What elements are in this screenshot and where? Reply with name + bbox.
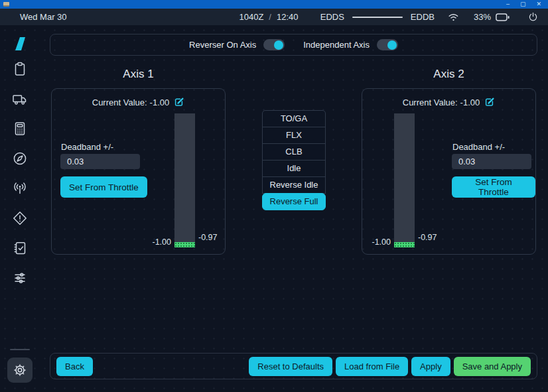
flight-route: EDDS EDDB — [320, 12, 435, 22]
antenna-icon — [12, 180, 28, 196]
toggle-knob — [274, 40, 283, 50]
axis2-title: Axis 2 — [362, 68, 536, 81]
close-button[interactable]: ✕ — [536, 0, 541, 9]
axis1-bar-high-label: -0.97 — [198, 233, 218, 242]
status-date: Wed Mar 30 — [20, 12, 67, 22]
local-time: 12:40 — [277, 12, 299, 22]
reverser-on-axis-label: Reverser On Axis — [189, 40, 256, 50]
warning-diamond-icon — [12, 210, 28, 226]
detent-toga[interactable]: TO/GA — [262, 110, 326, 127]
axis2-bar-low-label: -1.00 — [362, 237, 391, 247]
load-from-file-button[interactable]: Load from File — [336, 357, 408, 376]
axis2-edit-value-button[interactable] — [484, 97, 495, 107]
sidebar-item-warning[interactable] — [12, 210, 28, 226]
axis2-deadband-marker — [394, 242, 415, 247]
axis2-current-value: -1.00 — [460, 98, 480, 107]
status-clock: 1040Z / 12:40 — [239, 12, 298, 22]
sidebar-item-antenna[interactable] — [12, 180, 28, 196]
save-and-apply-button[interactable]: Save and Apply — [454, 357, 531, 376]
independent-axis-label: Independent Axis — [303, 40, 370, 50]
sidebar-item-truck[interactable] — [12, 91, 28, 107]
axis1-panel: Current Value: -1.00 Deadband +/- Set Fr… — [51, 88, 226, 255]
back-button[interactable]: Back — [56, 357, 93, 376]
detent-flx[interactable]: FLX — [262, 127, 326, 144]
axis1-edit-value-button[interactable] — [174, 97, 184, 107]
app-icon — [3, 2, 9, 7]
sidebar-divider — [10, 349, 30, 350]
axis2-panel: Current Value: -1.00 Deadband +/- Set Fr… — [362, 88, 536, 255]
checklist-icon — [12, 240, 28, 256]
status-bar: Wed Mar 30 1040Z / 12:40 EDDS EDDB 33% — [0, 9, 548, 25]
axis1-throttle-bar — [174, 113, 195, 247]
axis2-bar-high-label: -0.97 — [418, 233, 437, 242]
detent-clb[interactable]: CLB — [262, 143, 326, 161]
utc-time: 1040Z — [239, 12, 263, 22]
axis1-title: Axis 1 — [51, 68, 226, 81]
sliders-icon — [12, 270, 28, 286]
clipboard-icon — [12, 61, 28, 77]
sidebar-item-checklist[interactable] — [12, 240, 28, 256]
axis1-deadband-label: Deadband +/- — [61, 142, 113, 152]
destination-airport: EDDB — [411, 12, 435, 22]
battery-percent: 33% — [474, 12, 491, 22]
axis1-set-from-throttle-button[interactable]: Set From Throttle — [60, 176, 147, 198]
sidebar-item-sliders[interactable] — [12, 270, 28, 286]
axis1-current-value-label: Current Value: — [92, 98, 147, 107]
sidebar-item-compass[interactable] — [12, 151, 28, 166]
sidebar-item-calculator[interactable] — [12, 121, 28, 137]
detent-reverse-idle[interactable]: Reverse Idle — [262, 176, 326, 194]
clock-separator: / — [269, 12, 271, 22]
main-area: Reverser On Axis Independent Axis Axis 1… — [0, 25, 548, 392]
axis1-bar-low-label: -1.00 — [135, 237, 171, 247]
origin-airport: EDDS — [320, 12, 344, 22]
axis2-throttle-bar — [394, 113, 415, 247]
power-icon[interactable] — [528, 12, 538, 22]
axis1-deadband-marker — [174, 242, 195, 247]
toggle-knob — [387, 40, 397, 50]
compass-icon — [12, 151, 28, 166]
sidebar — [0, 25, 40, 392]
detent-idle[interactable]: Idle — [262, 160, 326, 177]
sidebar-item-settings-active[interactable] — [7, 358, 33, 383]
edit-icon — [484, 97, 495, 107]
axis2-deadband-input[interactable] — [452, 154, 531, 169]
battery-icon — [496, 13, 510, 21]
edit-icon — [174, 97, 184, 107]
reverser-on-axis-toggle[interactable] — [263, 39, 285, 50]
axis2-deadband-label: Deadband +/- — [452, 142, 505, 152]
wifi-icon — [448, 13, 459, 22]
axis2-set-from-throttle-button[interactable]: Set From Throttle — [452, 176, 535, 198]
calculator-icon — [12, 121, 28, 137]
independent-axis-toggle[interactable] — [377, 39, 398, 50]
detent-list: TO/GA FLX CLB Idle Reverse Idle Reverse … — [262, 110, 326, 210]
gear-icon — [13, 363, 27, 377]
route-progress-line — [352, 17, 403, 18]
axis1-current-value: -1.00 — [150, 98, 170, 107]
axis-options-bar: Reverser On Axis Independent Axis — [50, 34, 537, 56]
detent-reverse-full[interactable]: Reverse Full — [262, 193, 326, 210]
maximize-button[interactable]: ▢ — [520, 0, 526, 9]
sidebar-item-clipboard[interactable] — [12, 61, 28, 77]
axis2-current-value-label: Current Value: — [403, 98, 458, 107]
reset-to-defaults-button[interactable]: Reset to Defaults — [249, 357, 332, 376]
app-window: – ▢ ✕ Wed Mar 30 1040Z / 12:40 EDDS EDDB — [0, 0, 548, 392]
axis1-deadband-input[interactable] — [60, 154, 140, 169]
os-titlebar: – ▢ ✕ — [0, 0, 548, 9]
brand-logo-icon — [12, 36, 28, 51]
truck-icon — [12, 91, 28, 107]
apply-button[interactable]: Apply — [411, 357, 450, 376]
footer-action-bar: Back Reset to Defaults Load from File Ap… — [50, 353, 537, 379]
minimize-button[interactable]: – — [506, 0, 510, 9]
